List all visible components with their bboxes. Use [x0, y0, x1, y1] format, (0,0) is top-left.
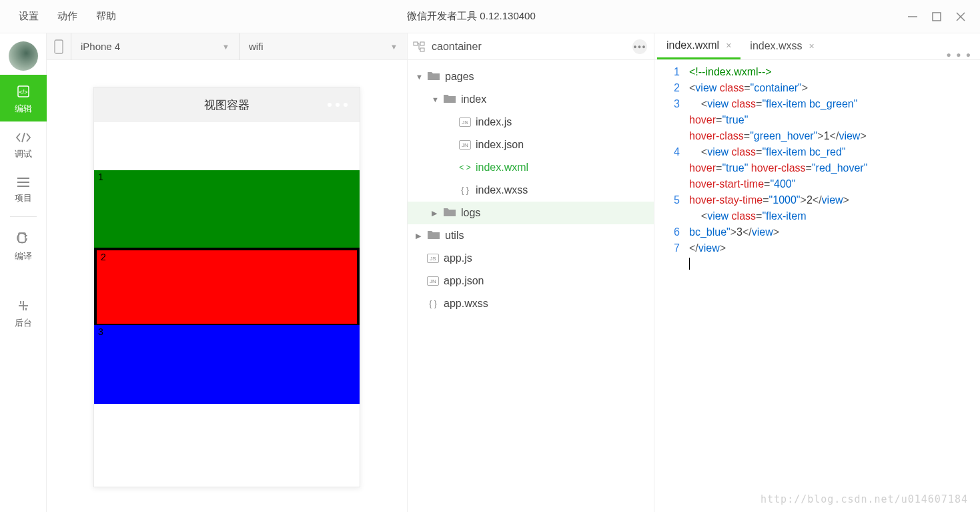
- close-tab-icon[interactable]: ×: [726, 40, 731, 51]
- node-label: index.js: [476, 116, 512, 128]
- avatar[interactable]: [9, 41, 38, 71]
- chevron-icon: ▼: [432, 95, 438, 103]
- node-label: logs: [461, 207, 480, 219]
- file-icon: JS: [427, 254, 439, 263]
- page-title: 视图容器: [204, 97, 250, 113]
- node-label: index.wxss: [476, 184, 528, 196]
- left-sidebar: </> 编辑 调试 项目 编译 后台: [0, 33, 47, 512]
- line-gutter: 1234567: [654, 64, 689, 512]
- node-label: app.json: [444, 275, 484, 287]
- svg-rect-17: [420, 48, 424, 51]
- file-node[interactable]: { }app.wxss: [408, 292, 654, 315]
- preview-toolbar: iPhone 4▼ wifi▼: [47, 33, 407, 60]
- close-icon[interactable]: [955, 11, 967, 23]
- node-label: pages: [445, 71, 474, 83]
- compile-icon: [16, 232, 31, 246]
- node-label: index: [461, 93, 486, 105]
- sidebar-debug[interactable]: 调试: [0, 121, 47, 167]
- editor-column: index.wxml×index.wxss×● ● ● 1234567 <!--…: [654, 33, 980, 512]
- svg-rect-14: [55, 40, 63, 53]
- maximize-icon[interactable]: [931, 11, 943, 23]
- sidebar-backend[interactable]: 后台: [0, 289, 47, 336]
- sidebar-project-label: 项目: [15, 192, 32, 204]
- folder-node[interactable]: ▼pages: [408, 65, 654, 88]
- phone-simulator: 视图容器 123: [93, 87, 360, 487]
- sidebar-separator: [10, 216, 37, 217]
- file-icon: JS: [459, 117, 471, 127]
- minimize-icon[interactable]: [907, 11, 919, 23]
- sidebar-compile-label: 编译: [15, 250, 32, 262]
- sidebar-compile[interactable]: 编译: [0, 222, 47, 269]
- editor-tab[interactable]: index.wxml×: [657, 33, 741, 59]
- folder-icon: [427, 70, 440, 83]
- node-label: app.js: [444, 252, 472, 264]
- device-select[interactable]: iPhone 4▼: [71, 33, 239, 60]
- tab-label: index.wxml: [666, 39, 719, 51]
- chevron-icon: ▶: [432, 209, 438, 218]
- folder-icon: [427, 229, 440, 242]
- tree-header: caontainer ●●●: [408, 33, 654, 60]
- code-editor[interactable]: 1234567 <!--index.wxml--><view class="co…: [654, 60, 980, 512]
- file-node[interactable]: { }index.wxss: [408, 179, 654, 202]
- folder-node[interactable]: ▶logs: [408, 202, 654, 224]
- menu-icon: [16, 176, 31, 188]
- app-title: 微信开发者工具 0.12.130400: [36, 10, 907, 23]
- sidebar-edit[interactable]: </> 编辑: [0, 75, 47, 121]
- code-file-icon: </>: [16, 84, 31, 99]
- tree-icon[interactable]: [413, 41, 425, 53]
- close-tab-icon[interactable]: ×: [809, 41, 815, 51]
- editor-tabs: index.wxml×index.wxss×● ● ●: [654, 33, 980, 60]
- code-icon: [15, 131, 31, 144]
- svg-rect-16: [420, 42, 424, 45]
- file-node[interactable]: < >index.wxml: [408, 156, 654, 179]
- more-icon[interactable]: ● ● ●: [947, 50, 972, 59]
- node-label: index.wxml: [476, 162, 528, 174]
- folder-icon: [443, 206, 456, 220]
- preview-column: iPhone 4▼ wifi▼ 视图容器 123: [47, 33, 407, 512]
- file-node[interactable]: JNapp.json: [408, 270, 654, 292]
- titlebar: 设置 动作 帮助 微信开发者工具 0.12.130400: [0, 0, 980, 33]
- file-icon: JN: [427, 276, 439, 286]
- more-dots-icon[interactable]: [328, 103, 348, 107]
- chevron-icon: ▼: [416, 73, 422, 81]
- editor-tab[interactable]: index.wxss×: [741, 33, 823, 59]
- file-icon: < >: [459, 163, 471, 172]
- file-icon: { }: [459, 186, 471, 195]
- file-node[interactable]: JSapp.js: [408, 247, 654, 270]
- sidebar-debug-label: 调试: [15, 148, 32, 160]
- chevron-down-icon: ▼: [390, 43, 398, 51]
- more-icon[interactable]: ●●●: [632, 39, 647, 54]
- folder-icon: [443, 93, 456, 106]
- node-label: utils: [445, 230, 464, 242]
- flex-item[interactable]: 3: [94, 325, 360, 404]
- file-tree-column: caontainer ●●● ▼pages▼indexJSindex.jsJNi…: [407, 33, 654, 512]
- folder-node[interactable]: ▼index: [408, 88, 654, 111]
- svg-text:</>: </>: [19, 89, 27, 95]
- flex-item[interactable]: 2: [94, 248, 360, 326]
- chevron-down-icon: ▼: [222, 43, 229, 51]
- backend-icon: [16, 298, 31, 313]
- flex-item[interactable]: 1: [94, 170, 360, 249]
- svg-rect-15: [414, 42, 418, 45]
- network-select[interactable]: wifi▼: [239, 33, 407, 60]
- code-area[interactable]: <!--index.wxml--><view class="container"…: [689, 64, 980, 512]
- phone-icon[interactable]: [47, 39, 71, 54]
- file-icon: { }: [427, 299, 439, 308]
- phone-header: 视图容器: [94, 87, 360, 122]
- node-label: app.wxss: [444, 298, 488, 310]
- watermark: http://blog.csdn.net/u014607184: [761, 493, 968, 505]
- file-icon: JN: [459, 140, 471, 150]
- svg-rect-1: [933, 13, 941, 21]
- tab-label: index.wxss: [750, 40, 802, 52]
- node-label: index.json: [476, 139, 524, 151]
- sidebar-project[interactable]: 项目: [0, 167, 47, 211]
- file-tree: ▼pages▼indexJSindex.jsJNindex.json< >ind…: [408, 60, 654, 512]
- file-node[interactable]: JSindex.js: [408, 111, 654, 134]
- breadcrumb: caontainer: [432, 41, 632, 53]
- sidebar-backend-label: 后台: [15, 317, 32, 329]
- file-node[interactable]: JNindex.json: [408, 134, 654, 156]
- chevron-icon: ▶: [416, 232, 422, 240]
- sidebar-edit-label: 编辑: [15, 103, 32, 115]
- folder-node[interactable]: ▶utils: [408, 224, 654, 247]
